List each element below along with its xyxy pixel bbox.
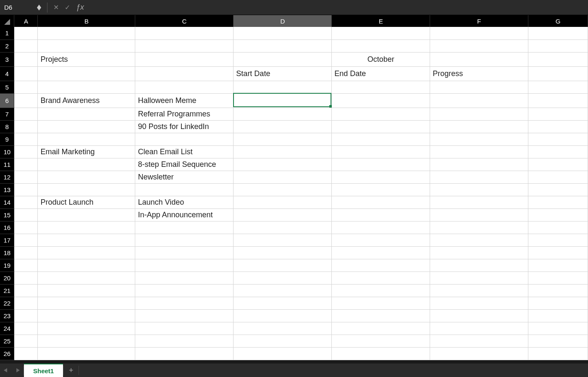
sheet-tab[interactable]: Sheet1 bbox=[24, 364, 63, 377]
cell-B20[interactable] bbox=[38, 272, 135, 284]
cell-F9[interactable] bbox=[430, 133, 528, 145]
cell-B1[interactable] bbox=[38, 27, 135, 40]
row-header-23[interactable]: 23 bbox=[0, 309, 14, 322]
cell-G18[interactable] bbox=[528, 246, 588, 259]
cell-E21[interactable] bbox=[332, 284, 430, 297]
cell-A16[interactable] bbox=[14, 221, 38, 234]
cell-G26[interactable] bbox=[528, 347, 588, 360]
cell-B10[interactable]: Email Marketing bbox=[38, 145, 135, 158]
cell-A2[interactable] bbox=[14, 40, 38, 52]
cell-E2[interactable] bbox=[332, 40, 430, 52]
spreadsheet-grid[interactable]: ABCDEFG123ProjectsOctober4Start DateEnd … bbox=[0, 15, 588, 360]
cell-B25[interactable] bbox=[38, 335, 135, 347]
cell-E9[interactable] bbox=[332, 133, 430, 145]
cell-E5[interactable] bbox=[332, 81, 430, 93]
cell-A26[interactable] bbox=[14, 347, 38, 360]
cell-C8[interactable]: 90 Posts for LinkedIn bbox=[135, 120, 234, 133]
tabs-prev-button[interactable] bbox=[0, 364, 12, 377]
cell-E26[interactable] bbox=[332, 347, 430, 360]
cell-F13[interactable] bbox=[430, 183, 528, 196]
cell-E18[interactable] bbox=[332, 246, 430, 259]
cell-G8[interactable] bbox=[528, 120, 588, 133]
cell-B18[interactable] bbox=[38, 246, 135, 259]
fx-icon[interactable]: ƒx bbox=[76, 3, 84, 12]
column-header-C[interactable]: C bbox=[135, 15, 234, 27]
cell-F4[interactable]: Progress bbox=[430, 66, 528, 81]
cell-C14[interactable]: Launch Video bbox=[135, 196, 234, 208]
cell-G12[interactable] bbox=[528, 171, 588, 183]
add-sheet-button[interactable]: + bbox=[63, 364, 79, 377]
column-header-G[interactable]: G bbox=[528, 15, 588, 27]
cell-B6[interactable]: Brand Awareness bbox=[38, 93, 135, 108]
cell-G25[interactable] bbox=[528, 335, 588, 347]
cell-G10[interactable] bbox=[528, 145, 588, 158]
cell-A21[interactable] bbox=[14, 284, 38, 297]
cell-C4[interactable] bbox=[135, 66, 234, 81]
cell-A23[interactable] bbox=[14, 309, 38, 322]
cell-E4[interactable]: End Date bbox=[332, 66, 430, 81]
cell-G13[interactable] bbox=[528, 183, 588, 196]
cell-A13[interactable] bbox=[14, 183, 38, 196]
cell-G4[interactable] bbox=[528, 66, 588, 81]
row-header-8[interactable]: 8 bbox=[0, 120, 14, 133]
cell-D18[interactable] bbox=[234, 246, 332, 259]
row-header-1[interactable]: 1 bbox=[0, 27, 14, 40]
cell-F14[interactable] bbox=[430, 196, 528, 208]
cell-G2[interactable] bbox=[528, 40, 588, 52]
cell-F1[interactable] bbox=[430, 27, 528, 40]
cell-B11[interactable] bbox=[38, 158, 135, 171]
row-header-26[interactable]: 26 bbox=[0, 347, 14, 360]
cell-F11[interactable] bbox=[430, 158, 528, 171]
cell-B15[interactable] bbox=[38, 208, 135, 221]
cell-A20[interactable] bbox=[14, 272, 38, 284]
cell-D1[interactable] bbox=[234, 27, 332, 40]
cell-B17[interactable] bbox=[38, 234, 135, 246]
cell-G1[interactable] bbox=[528, 27, 588, 40]
cell-G15[interactable] bbox=[528, 208, 588, 221]
cell-D21[interactable] bbox=[234, 284, 332, 297]
row-header-2[interactable]: 2 bbox=[0, 40, 14, 52]
cell-A22[interactable] bbox=[14, 297, 38, 309]
row-header-13[interactable]: 13 bbox=[0, 183, 14, 196]
cell-G19[interactable] bbox=[528, 259, 588, 272]
cell-A12[interactable] bbox=[14, 171, 38, 183]
cell-D17[interactable] bbox=[234, 234, 332, 246]
cell-F6[interactable] bbox=[430, 93, 528, 108]
cell-C6[interactable]: Halloween Meme bbox=[135, 93, 234, 108]
cell-F3[interactable] bbox=[430, 52, 528, 66]
cell-C1[interactable] bbox=[135, 27, 234, 40]
cell-E22[interactable] bbox=[332, 297, 430, 309]
cell-D20[interactable] bbox=[234, 272, 332, 284]
tabs-next-button[interactable] bbox=[12, 364, 24, 377]
cell-C15[interactable]: In-App Announcement bbox=[135, 208, 234, 221]
cell-G7[interactable] bbox=[528, 108, 588, 120]
cell-F18[interactable] bbox=[430, 246, 528, 259]
row-header-10[interactable]: 10 bbox=[0, 145, 14, 158]
cell-D9[interactable] bbox=[234, 133, 332, 145]
cell-C16[interactable] bbox=[135, 221, 234, 234]
cell-A25[interactable] bbox=[14, 335, 38, 347]
cell-C24[interactable] bbox=[135, 322, 234, 335]
cell-C22[interactable] bbox=[135, 297, 234, 309]
cell-C5[interactable] bbox=[135, 81, 234, 93]
row-header-15[interactable]: 15 bbox=[0, 208, 14, 221]
cell-G5[interactable] bbox=[528, 81, 588, 93]
cell-B26[interactable] bbox=[38, 347, 135, 360]
cell-C17[interactable] bbox=[135, 234, 234, 246]
cell-E11[interactable] bbox=[332, 158, 430, 171]
cell-D24[interactable] bbox=[234, 322, 332, 335]
cell-D16[interactable] bbox=[234, 221, 332, 234]
cell-C20[interactable] bbox=[135, 272, 234, 284]
cell-G16[interactable] bbox=[528, 221, 588, 234]
cell-D7[interactable] bbox=[234, 108, 332, 120]
cell-E10[interactable] bbox=[332, 145, 430, 158]
cell-F17[interactable] bbox=[430, 234, 528, 246]
column-header-F[interactable]: F bbox=[430, 15, 528, 27]
cell-A14[interactable] bbox=[14, 196, 38, 208]
cell-B19[interactable] bbox=[38, 259, 135, 272]
cell-B22[interactable] bbox=[38, 297, 135, 309]
cell-D19[interactable] bbox=[234, 259, 332, 272]
cell-G22[interactable] bbox=[528, 297, 588, 309]
row-header-18[interactable]: 18 bbox=[0, 246, 14, 259]
cell-G9[interactable] bbox=[528, 133, 588, 145]
